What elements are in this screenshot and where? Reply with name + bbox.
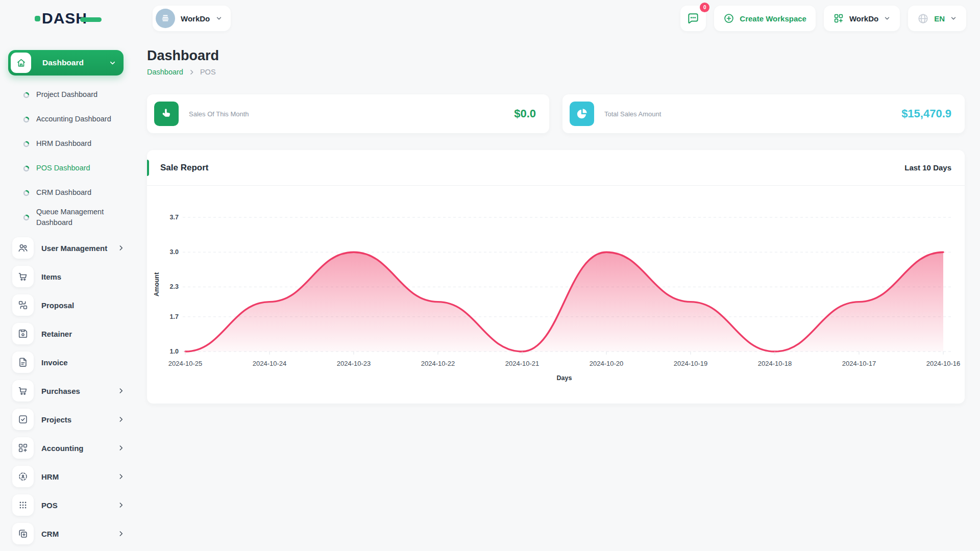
tap-icon — [154, 102, 179, 126]
globe-icon — [917, 13, 929, 24]
sidebar-subitem-label: POS Dashboard — [36, 163, 90, 173]
sidebar-item-projects[interactable]: Projects — [8, 405, 131, 434]
logo-dash-icon — [80, 17, 102, 22]
sidebar-item-items[interactable]: Items — [8, 262, 131, 291]
svg-text:2024-10-16: 2024-10-16 — [926, 360, 961, 367]
svg-text:Days: Days — [557, 374, 572, 382]
sidebar-item-label: HRM — [41, 472, 59, 481]
check-square-icon — [12, 409, 34, 430]
sidebar-subitem-label: Accounting Dashboard — [36, 114, 111, 124]
sidebar-item-label: Items — [41, 272, 61, 281]
stat-card-label: Total Sales Amount — [604, 110, 661, 118]
sidebar: Dashboard Project DashboardAccounting Da… — [0, 37, 138, 551]
home-icon — [11, 53, 31, 73]
chevron-right-icon — [117, 473, 125, 480]
sidebar-item-hrm[interactable]: HRM — [8, 462, 131, 491]
breadcrumb: Dashboard POS — [147, 68, 965, 76]
sidebar-subitem-hrm-dashboard[interactable]: HRM Dashboard — [8, 132, 131, 156]
sidebar-item-dashboard[interactable]: Dashboard — [8, 50, 124, 76]
svg-text:2.3: 2.3 — [170, 283, 179, 290]
language-label: EN — [934, 14, 945, 23]
breadcrumb-current: POS — [200, 68, 216, 76]
svg-text:2024-10-17: 2024-10-17 — [842, 360, 876, 367]
chat-bubble-icon — [687, 12, 700, 25]
sidebar-item-invoice[interactable]: Invoice — [8, 348, 131, 377]
sidebar-item-label: Proposal — [41, 301, 74, 310]
create-workspace-label: Create Workspace — [740, 14, 806, 23]
chevron-right-icon — [188, 69, 195, 76]
dashboard-submenu: Project DashboardAccounting DashboardHRM… — [8, 83, 131, 230]
sidebar-item-retainer[interactable]: Retainer — [8, 319, 131, 348]
svg-text:2024-10-19: 2024-10-19 — [674, 360, 708, 367]
create-workspace-button[interactable]: Create Workspace — [714, 6, 816, 31]
sidebar-item-label: Purchases — [41, 387, 80, 395]
sidebar-item-label: CRM — [41, 530, 59, 538]
workspace-avatar-building-icon — [156, 9, 175, 28]
donut-dot-icon — [23, 92, 30, 98]
sidebar-subitem-pos-dashboard[interactable]: POS Dashboard — [8, 156, 131, 181]
chevron-right-icon — [117, 244, 125, 252]
grid-plus-icon — [12, 437, 34, 459]
svg-text:2024-10-25: 2024-10-25 — [168, 360, 203, 367]
chevron-down-icon — [215, 15, 223, 22]
sidebar-item-label: Accounting — [41, 444, 84, 453]
svg-text:Amount: Amount — [153, 272, 160, 296]
focus-person-icon — [12, 466, 34, 487]
workdo-apps-button[interactable]: WorkDo — [824, 6, 900, 31]
range-label: Last 10 Days — [904, 163, 951, 172]
messages-count-badge: 0 — [700, 3, 709, 12]
sidebar-item-crm[interactable]: CRM — [8, 519, 131, 548]
sidebar-subitem-label: Project Dashboard — [36, 89, 97, 100]
sale-report-title: Sale Report — [160, 163, 208, 173]
main-content: Dashboard Dashboard POS Sales Of This Mo… — [147, 37, 965, 404]
donut-dot-icon — [23, 116, 30, 123]
sidebar-item-label: Retainer — [41, 330, 72, 338]
page-title: Dashboard — [147, 48, 965, 64]
file-icon — [12, 352, 34, 373]
svg-text:1.0: 1.0 — [170, 348, 179, 355]
chevron-right-icon — [117, 502, 125, 509]
stat-card-value: $0.0 — [514, 107, 536, 120]
circle-plus-icon — [723, 13, 734, 24]
workspace-switcher[interactable]: WorkDo — [153, 6, 231, 31]
cart-icon — [12, 380, 34, 402]
breadcrumb-link-dashboard[interactable]: Dashboard — [147, 68, 183, 76]
sidebar-subitem-label: Queue Management Dashboard — [36, 207, 120, 228]
language-button[interactable]: EN — [908, 6, 966, 31]
users-icon — [12, 237, 34, 259]
workdo-menu-label: WorkDo — [849, 14, 878, 23]
donut-dot-icon — [23, 214, 30, 221]
sidebar-item-pos[interactable]: POS — [8, 491, 131, 519]
brand-logo[interactable]: DASH — [35, 10, 102, 27]
svg-text:2024-10-18: 2024-10-18 — [758, 360, 792, 367]
donut-dot-icon — [23, 141, 30, 147]
stat-card-sales-of-this-month: Sales Of This Month$0.0 — [147, 94, 549, 133]
sidebar-subitem-queue-management-dashboard[interactable]: Queue Management Dashboard — [8, 205, 131, 230]
sidebar-item-accounting[interactable]: Accounting — [8, 434, 131, 462]
sidebar-item-proposal[interactable]: Proposal — [8, 291, 131, 319]
logo-dot-icon — [35, 16, 40, 21]
svg-text:3.0: 3.0 — [170, 248, 179, 256]
svg-text:2024-10-21: 2024-10-21 — [505, 360, 540, 367]
sidebar-item-label: Projects — [41, 415, 71, 424]
svg-text:3.7: 3.7 — [170, 214, 179, 221]
sidebar-subitem-project-dashboard[interactable]: Project Dashboard — [8, 83, 131, 107]
chevron-down-icon — [884, 15, 891, 22]
sidebar-subitem-label: CRM Dashboard — [36, 187, 91, 198]
sidebar-subitem-crm-dashboard[interactable]: CRM Dashboard — [8, 181, 131, 205]
sidebar-item-user-management[interactable]: User Management — [8, 234, 131, 262]
save-icon — [12, 323, 34, 344]
sale-report-card: Sale Report Last 10 Days 1.01.72.33.03.7… — [147, 150, 965, 404]
header-actions: 0 Create Workspace WorkDo EN — [680, 6, 966, 31]
sidebar-item-purchases[interactable]: Purchases — [8, 377, 131, 405]
messages-button[interactable]: 0 — [680, 6, 706, 31]
svg-text:2024-10-24: 2024-10-24 — [253, 360, 287, 367]
donut-dot-icon — [23, 165, 30, 172]
sidebar-subitem-accounting-dashboard[interactable]: Accounting Dashboard — [8, 107, 131, 132]
cart-icon — [12, 266, 34, 287]
sidebar-item-label: Dashboard — [42, 58, 84, 67]
svg-text:2024-10-22: 2024-10-22 — [421, 360, 455, 367]
chevron-right-icon — [117, 444, 125, 452]
accent-bar — [147, 160, 149, 176]
apps-grid-icon — [833, 13, 844, 24]
